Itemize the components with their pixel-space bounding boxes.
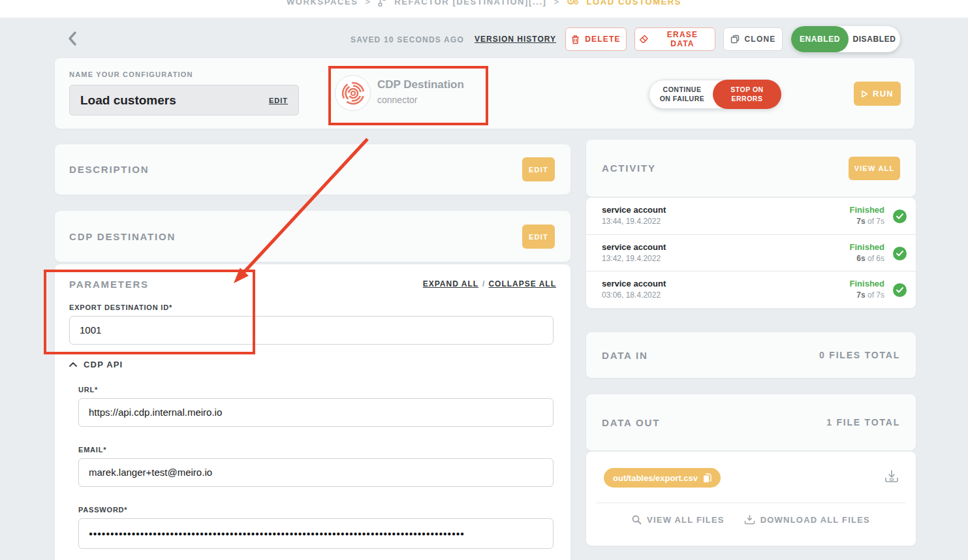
activity-title: ACTIVITY — [602, 163, 656, 174]
cdp-connector-icon — [339, 79, 367, 108]
data-out-files-card: out/tables/export.csv VIEW ALL FILES — [585, 451, 916, 546]
output-file-chip[interactable]: out/tables/export.csv — [604, 468, 721, 488]
activity-status: Finished — [850, 205, 884, 215]
activity-timestamp: 13:44, 19.4.2022 — [602, 217, 661, 226]
download-file-icon[interactable] — [884, 469, 899, 483]
continue-line2: ON FAILURE — [660, 95, 705, 104]
activity-status: Finished — [850, 279, 884, 288]
cdp-api-group-header[interactable]: CDP API — [69, 360, 123, 369]
export-destination-id-label: EXPORT DESTINATION ID* — [69, 303, 172, 311]
configuration-name-label: NAME YOUR CONFIGURATION — [69, 70, 193, 78]
password-input[interactable]: ●●●●●●●●●●●●●●●●●●●●●●●●●●●●●●●●●●●●●●●●… — [78, 518, 554, 549]
view-all-files-label: VIEW ALL FILES — [647, 515, 725, 525]
activity-list-card: service account 13:44, 19.4.2022 Finishe… — [585, 197, 916, 309]
configuration-header-card: NAME YOUR CONFIGURATION Load customers E… — [54, 57, 915, 129]
saved-status: SAVED 10 SECONDS AGO — [351, 35, 464, 44]
stop-line2: ERRORS — [732, 95, 763, 104]
edit-name-link[interactable]: EDIT — [269, 97, 288, 104]
breadcrumb-separator: > — [366, 0, 371, 7]
configuration-name-field[interactable]: Load customers EDIT — [69, 85, 299, 116]
breadcrumb-separator-2: > — [554, 0, 559, 7]
activity-name: service account — [602, 242, 666, 252]
eraser-icon — [639, 35, 649, 44]
back-button[interactable] — [66, 30, 80, 47]
files-actions-row: VIEW ALL FILES DOWNLOAD ALL FILES — [586, 514, 916, 525]
email-label: EMAIL* — [78, 446, 106, 454]
download-icon — [744, 514, 755, 525]
expand-collapse-links: EXPAND ALL / COLLAPSE ALL — [423, 279, 556, 288]
parameters-title: PARAMETERS — [69, 279, 149, 290]
trash-icon — [571, 35, 580, 44]
cdp-destination-title: CDP DESTINATION — [69, 231, 176, 242]
delete-label: DELETE — [585, 35, 621, 44]
breadcrumb: WORKSPACES > REFACTOR [DESTINATION][...]… — [0, 0, 968, 7]
activity-row[interactable]: service account 03:06, 18.4.2022 Finishe… — [586, 271, 916, 308]
cdp-api-group-title: CDP API — [84, 360, 123, 369]
activity-duration: 7s of 7s — [856, 290, 884, 300]
expand-collapse-slash: / — [482, 279, 484, 288]
version-history-link[interactable]: VERSION HISTORY — [475, 35, 556, 44]
breadcrumb-configuration[interactable]: LOAD CUSTOMERS — [586, 0, 681, 7]
activity-name: service account — [602, 205, 666, 215]
edit-cdp-destination-button[interactable]: EDIT — [522, 225, 555, 249]
parameters-card: PARAMETERS EXPAND ALL / COLLAPSE ALL EXP… — [54, 264, 571, 560]
run-button[interactable]: RUN — [854, 82, 901, 106]
description-card: DESCRIPTION EDIT — [54, 144, 571, 195]
enabled-segment[interactable]: ENABLED — [791, 26, 849, 52]
export-destination-id-input[interactable]: 1001 — [69, 316, 554, 345]
top-strip: WORKSPACES > REFACTOR [DESTINATION][...]… — [0, 0, 968, 18]
enabled-disabled-toggle: ENABLED DISABLED — [791, 26, 900, 52]
clone-label: CLONE — [745, 35, 776, 44]
stop-line1: STOP ON — [730, 86, 763, 95]
expand-all-link[interactable]: EXPAND ALL — [423, 279, 478, 288]
view-all-files-link[interactable]: VIEW ALL FILES — [632, 514, 725, 525]
collapse-all-link[interactable]: COLLAPSE ALL — [488, 279, 556, 288]
url-label: URL* — [78, 386, 98, 394]
branch-icon — [377, 0, 387, 7]
connector-logo — [335, 75, 371, 111]
gears-icon: ⚙⚙ — [566, 0, 579, 7]
download-all-files-link[interactable]: DOWNLOAD ALL FILES — [744, 514, 870, 525]
activity-header-card: ACTIVITY VIEW ALL — [585, 139, 916, 197]
connector-title: CDP Destination — [377, 78, 464, 91]
download-all-files-label: DOWNLOAD ALL FILES — [760, 515, 870, 525]
activity-row[interactable]: service account 13:42, 19.4.2022 Finishe… — [586, 234, 916, 272]
edit-description-button[interactable]: EDIT — [522, 157, 555, 181]
check-circle-icon — [893, 283, 907, 297]
activity-duration: 7s of 7s — [856, 217, 884, 226]
activity-timestamp: 13:42, 19.4.2022 — [602, 254, 661, 263]
cdp-destination-card: CDP DESTINATION EDIT — [54, 210, 571, 262]
view-all-button[interactable]: VIEW ALL — [849, 157, 900, 180]
breadcrumb-project[interactable]: REFACTOR [DESTINATION][...] — [394, 0, 546, 7]
email-input[interactable]: marek.langer+test@meiro.io — [78, 458, 554, 487]
chevron-left-icon — [66, 30, 80, 47]
breadcrumb-workspaces[interactable]: WORKSPACES — [287, 0, 358, 7]
output-file-name: out/tables/export.csv — [613, 473, 698, 483]
erase-data-label: ERASE DATA — [654, 30, 711, 48]
url-input[interactable]: https://api.cdp.internal.meiro.io — [78, 398, 554, 427]
data-in-total: 0 FILES TOTAL — [819, 350, 900, 360]
check-circle-icon — [893, 210, 907, 223]
disabled-segment[interactable]: DISABLED — [849, 35, 900, 44]
run-label: RUN — [873, 89, 894, 99]
clone-button[interactable]: CLONE — [723, 27, 783, 51]
files-divider — [597, 503, 905, 503]
stop-on-errors-segment[interactable]: STOP ON ERRORS — [713, 80, 781, 109]
play-icon — [861, 90, 868, 98]
continue-line1: CONTINUE — [663, 86, 702, 95]
erase-data-button[interactable]: ERASE DATA — [634, 27, 715, 51]
chevron-up-icon — [69, 362, 77, 367]
activity-timestamp: 03:06, 18.4.2022 — [602, 290, 661, 300]
activity-duration: 6s of 6s — [856, 254, 884, 263]
delete-button[interactable]: DELETE — [565, 27, 627, 51]
data-in-title: DATA IN — [602, 350, 648, 361]
data-out-header-card: DATA OUT 1 FILE TOTAL — [585, 394, 916, 451]
failure-mode-toggle: CONTINUE ON FAILURE STOP ON ERRORS — [649, 80, 781, 109]
data-out-total: 1 FILE TOTAL — [826, 417, 900, 428]
copy-icon[interactable] — [703, 473, 711, 483]
clone-icon — [730, 35, 740, 44]
activity-row[interactable]: service account 13:44, 19.4.2022 Finishe… — [586, 198, 916, 234]
activity-status: Finished — [850, 242, 884, 252]
continue-on-failure-segment[interactable]: CONTINUE ON FAILURE — [649, 80, 715, 108]
check-circle-icon — [893, 247, 907, 260]
